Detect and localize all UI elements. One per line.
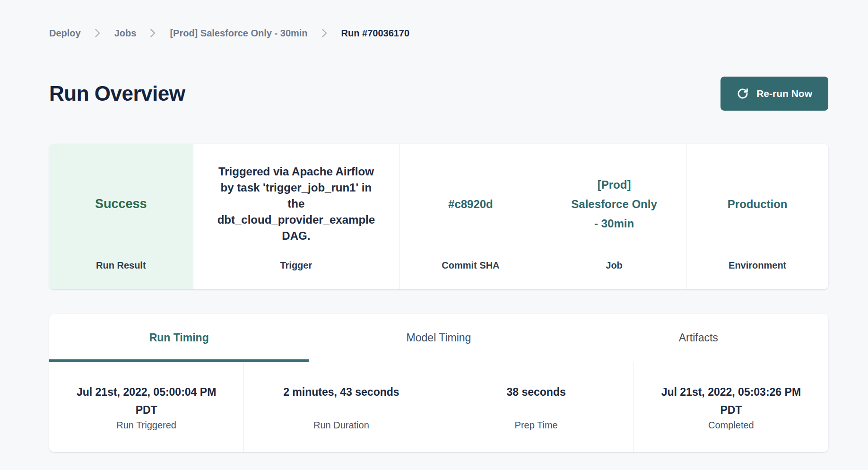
job-label: Job bbox=[542, 259, 686, 289]
prep-time-cell: 38 seconds Prep Time bbox=[439, 362, 634, 452]
tab-run-timing[interactable]: Run Timing bbox=[49, 314, 309, 362]
run-triggered-value: Jul 21st, 2022, 05:00:04 PM PDT bbox=[69, 383, 225, 419]
breadcrumb-run-number: Run #70036170 bbox=[341, 27, 410, 39]
refresh-icon bbox=[737, 87, 749, 100]
job-link[interactable]: [Prod] Salesforce Only - 30min bbox=[571, 175, 658, 233]
run-triggered-cell: Jul 21st, 2022, 05:00:04 PM PDT Run Trig… bbox=[49, 362, 243, 452]
run-duration-cell: 2 minutes, 43 seconds Run Duration bbox=[243, 362, 438, 452]
commit-sha-card: #c8920d Commit SHA bbox=[399, 144, 542, 289]
tab-model-timing-label: Model Timing bbox=[407, 331, 471, 344]
completed-cell: Jul 21st, 2022, 05:03:26 PM PDT Complete… bbox=[634, 362, 828, 452]
run-result-card: Success Run Result bbox=[49, 144, 193, 289]
page-header: Run Overview Re-run Now bbox=[49, 77, 828, 111]
tab-artifacts-label: Artifacts bbox=[679, 331, 718, 344]
tab-run-timing-label: Run Timing bbox=[149, 331, 209, 344]
chevron-right-icon bbox=[95, 29, 100, 37]
breadcrumb-jobs[interactable]: Jobs bbox=[114, 27, 137, 39]
job-card: [Prod] Salesforce Only - 30min Job bbox=[542, 144, 686, 289]
run-duration-label: Run Duration bbox=[313, 419, 369, 431]
environment-link[interactable]: Production bbox=[728, 194, 788, 214]
trigger-label: Trigger bbox=[193, 259, 399, 289]
trigger-description: Triggered via Apache Airflow by task 'tr… bbox=[217, 164, 375, 244]
rerun-now-button[interactable]: Re-run Now bbox=[720, 77, 828, 111]
run-summary-row: Success Run Result Triggered via Apache … bbox=[49, 144, 828, 289]
rerun-now-label: Re-run Now bbox=[756, 88, 812, 99]
chevron-right-icon bbox=[150, 29, 156, 37]
tab-bar: Run Timing Model Timing Artifacts bbox=[49, 314, 828, 362]
trigger-card: Triggered via Apache Airflow by task 'tr… bbox=[193, 144, 399, 289]
run-triggered-label: Run Triggered bbox=[116, 419, 176, 431]
run-details-card: Run Timing Model Timing Artifacts Jul 21… bbox=[49, 314, 828, 452]
page-title: Run Overview bbox=[49, 82, 185, 105]
active-tab-underline bbox=[49, 359, 309, 362]
breadcrumb-deploy[interactable]: Deploy bbox=[49, 27, 81, 39]
tab-artifacts[interactable]: Artifacts bbox=[569, 314, 828, 362]
run-duration-value: 2 minutes, 43 seconds bbox=[283, 383, 399, 419]
commit-sha-label: Commit SHA bbox=[399, 259, 542, 289]
commit-sha-link[interactable]: #c8920d bbox=[448, 194, 493, 214]
chevron-right-icon bbox=[322, 29, 327, 37]
breadcrumb-job-name[interactable]: [Prod] Salesforce Only - 30min bbox=[170, 27, 307, 39]
environment-label: Environment bbox=[686, 259, 828, 289]
breadcrumb: Deploy Jobs [Prod] Salesforce Only - 30m… bbox=[49, 0, 828, 39]
run-result-label: Run Result bbox=[49, 259, 193, 289]
completed-label: Completed bbox=[708, 419, 754, 431]
tab-model-timing[interactable]: Model Timing bbox=[309, 314, 568, 362]
run-result-status: Success bbox=[95, 197, 147, 211]
completed-value: Jul 21st, 2022, 05:03:26 PM PDT bbox=[653, 383, 809, 419]
environment-card: Production Environment bbox=[686, 144, 828, 289]
prep-time-value: 38 seconds bbox=[506, 383, 565, 419]
run-timing-panel: Jul 21st, 2022, 05:00:04 PM PDT Run Trig… bbox=[49, 362, 828, 452]
prep-time-label: Prep Time bbox=[515, 419, 558, 431]
run-overview-page: Deploy Jobs [Prod] Salesforce Only - 30m… bbox=[49, 0, 828, 452]
